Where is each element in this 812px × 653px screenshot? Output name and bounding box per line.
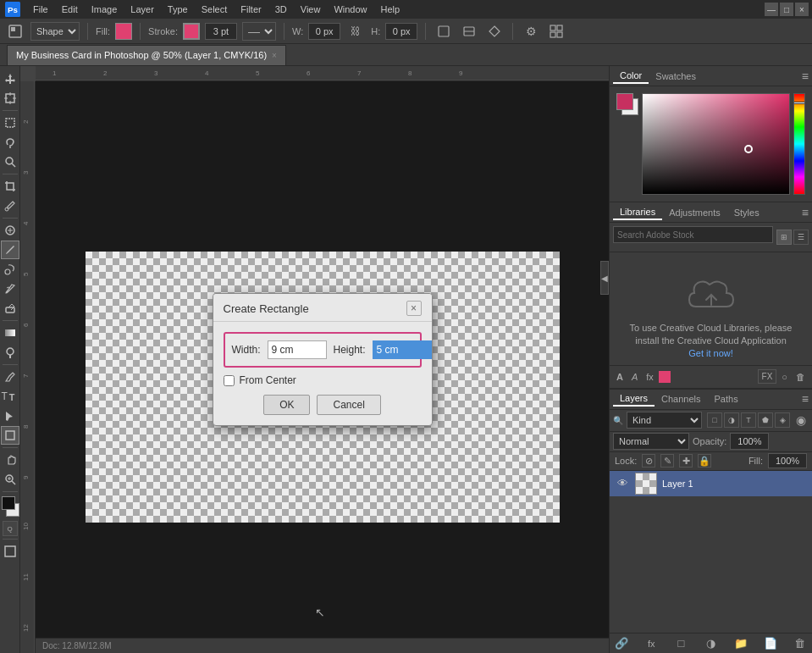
stroke-color-swatch[interactable] (183, 23, 200, 40)
new-layer-btn[interactable]: 📄 (762, 635, 779, 652)
menu-window[interactable]: Window (328, 3, 373, 16)
add-adjustment-btn[interactable]: ◑ (702, 635, 719, 652)
fill-input[interactable] (768, 453, 807, 468)
tab-close-btn[interactable]: × (272, 51, 277, 60)
layer-visibility-toggle[interactable]: 👁 (615, 476, 630, 491)
menu-layer[interactable]: Layer (124, 3, 160, 16)
quick-mask-btn[interactable]: Q (3, 521, 18, 536)
add-mask-btn[interactable]: □ (672, 635, 689, 652)
menu-edit[interactable]: Edit (56, 3, 84, 16)
dodge-tool[interactable] (1, 343, 19, 362)
crop-tool[interactable] (1, 177, 19, 196)
from-center-checkbox[interactable] (224, 375, 235, 386)
heal-tool[interactable] (1, 221, 19, 240)
filter-toggle-btn[interactable]: ◉ (793, 412, 809, 428)
add-group-btn[interactable]: 📁 (732, 635, 749, 652)
arrange-btn[interactable] (546, 21, 566, 42)
clone-tool[interactable] (1, 260, 19, 279)
menu-filter[interactable]: Filter (235, 3, 267, 16)
menu-3d[interactable]: 3D (269, 3, 293, 16)
tab-swatches[interactable]: Swatches (649, 69, 703, 83)
brush-tool[interactable] (1, 241, 19, 259)
menu-file[interactable]: File (27, 3, 54, 16)
link-dimensions-btn[interactable]: ⛓ (345, 21, 366, 42)
libraries-tool-trash[interactable]: 🗑 (793, 370, 809, 384)
tab-channels[interactable]: Channels (655, 392, 707, 406)
libraries-tool-circle[interactable]: ○ (778, 370, 791, 384)
lock-all-btn[interactable]: 🔒 (698, 454, 711, 468)
tab-paths[interactable]: Paths (708, 392, 745, 406)
fill-color-swatch[interactable] (115, 23, 132, 40)
history-brush-tool[interactable] (1, 279, 19, 298)
width-input[interactable] (308, 23, 340, 40)
hand-tool[interactable] (1, 451, 19, 469)
libraries-tool-fx2[interactable]: FX (758, 369, 777, 384)
ok-button[interactable]: OK (263, 395, 310, 415)
lock-position-btn[interactable]: ✚ (679, 454, 693, 468)
libraries-panel-options-btn[interactable]: ≡ (802, 206, 809, 219)
filter-shape-btn[interactable]: ⬟ (758, 412, 773, 428)
transform-btn[interactable] (484, 21, 505, 42)
shape-tool[interactable] (1, 426, 19, 445)
cancel-button[interactable]: Cancel (317, 395, 380, 415)
artboard-tool[interactable] (1, 89, 19, 108)
filter-pixel-btn[interactable]: □ (707, 412, 722, 428)
filter-adjust-btn[interactable]: ◑ (724, 412, 739, 428)
tab-styles[interactable]: Styles (727, 206, 766, 219)
height-input[interactable] (385, 23, 417, 40)
foreground-color[interactable] (2, 496, 15, 510)
libraries-tool-a[interactable]: A (613, 370, 627, 384)
kind-filter-select[interactable]: Kind (627, 412, 702, 429)
zoom-tool[interactable] (1, 470, 19, 489)
align-btn[interactable] (434, 21, 454, 42)
gradient-tool[interactable] (1, 324, 19, 342)
tab-adjustments[interactable]: Adjustments (662, 206, 727, 219)
quick-select-tool[interactable] (1, 152, 19, 171)
stroke-style-select[interactable]: —— (242, 22, 276, 41)
foreground-preview[interactable] (616, 93, 633, 110)
layer-item[interactable]: 👁 Layer 1 (610, 471, 812, 496)
stroke-width-input[interactable] (205, 23, 237, 40)
opacity-input[interactable] (730, 433, 769, 450)
pen-tool[interactable] (1, 368, 19, 386)
libraries-tool-fx[interactable]: fx (643, 370, 657, 384)
screen-mode-btn[interactable] (1, 542, 19, 561)
libraries-search-input[interactable] (613, 226, 773, 243)
lasso-tool[interactable] (1, 133, 19, 152)
delete-layer-btn[interactable]: 🗑 (792, 635, 809, 652)
dialog-close-button[interactable]: × (406, 301, 422, 316)
menu-help[interactable]: Help (375, 3, 406, 16)
tab-layers[interactable]: Layers (613, 391, 655, 407)
filter-smart-btn[interactable]: ◈ (775, 412, 790, 428)
type-tool[interactable]: T T (1, 387, 19, 406)
layers-panel-options-btn[interactable]: ≡ (802, 392, 809, 406)
tab-libraries[interactable]: Libraries (613, 205, 662, 220)
close-button[interactable]: × (795, 3, 809, 16)
libraries-grid-view-btn[interactable]: ⊞ (776, 230, 792, 245)
move-tool[interactable] (1, 69, 19, 88)
color-panel-options-btn[interactable]: ≡ (802, 69, 809, 83)
maximize-button[interactable]: □ (780, 3, 793, 16)
add-fx-btn[interactable]: fx (643, 635, 660, 652)
hue-bar[interactable] (793, 93, 805, 195)
lock-image-btn[interactable]: ✎ (660, 454, 674, 468)
document-tab[interactable]: My Business Card in Photoshop @ 50% (Lay… (7, 45, 286, 65)
settings-btn[interactable]: ⚙ (521, 21, 541, 42)
menu-image[interactable]: Image (86, 3, 124, 16)
height-field[interactable] (373, 340, 432, 359)
blend-mode-select[interactable]: Normal (613, 433, 689, 450)
libraries-tool-color[interactable] (659, 371, 671, 383)
filter-type-btn[interactable]: T (741, 412, 756, 428)
distribute-btn[interactable] (459, 21, 479, 42)
menu-type[interactable]: Type (162, 3, 194, 16)
minimize-button[interactable]: — (765, 3, 778, 16)
libraries-tool-a-italic[interactable]: A (628, 370, 641, 384)
path-selection-tool[interactable] (1, 407, 19, 425)
tool-preset-btn[interactable] (5, 21, 25, 42)
tab-color[interactable]: Color (613, 69, 649, 84)
lock-transparent-btn[interactable]: ⊘ (642, 454, 655, 468)
libraries-link[interactable]: Get it now! (688, 348, 733, 358)
menu-view[interactable]: View (295, 3, 327, 16)
marquee-tool[interactable] (1, 113, 19, 132)
libraries-list-view-btn[interactable]: ☰ (793, 230, 809, 245)
